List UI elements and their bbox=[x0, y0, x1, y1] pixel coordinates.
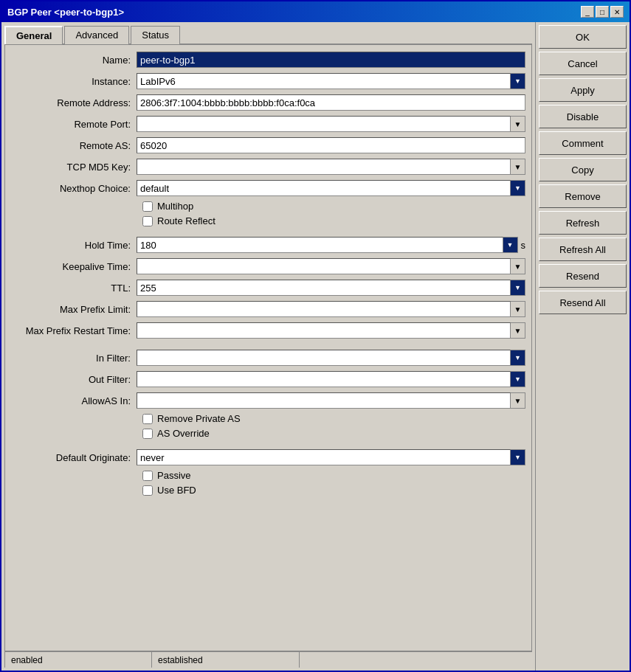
remote-address-row: Remote Address: bbox=[11, 94, 525, 111]
content-area: General Advanced Status Name: Insta bbox=[1, 22, 630, 671]
max-prefix-restart-row: Max Prefix Restart Time: ▼ bbox=[11, 322, 525, 339]
default-originate-input[interactable] bbox=[137, 449, 511, 465]
as-override-checkbox[interactable] bbox=[142, 429, 153, 439]
instance-dropdown-btn[interactable]: ▼ bbox=[511, 73, 525, 89]
tcp-md5-field: ▼ bbox=[137, 159, 525, 175]
passive-row: Passive bbox=[142, 470, 525, 481]
instance-field: ▼ bbox=[137, 73, 525, 89]
hold-time-field: ▼ bbox=[137, 237, 518, 253]
max-prefix-label: Max Prefix Limit: bbox=[11, 304, 137, 315]
name-input[interactable] bbox=[137, 52, 525, 68]
route-reflect-checkbox[interactable] bbox=[142, 216, 153, 226]
tabs: General Advanced Status bbox=[4, 25, 532, 45]
allowas-dropdown-btn[interactable]: ▼ bbox=[511, 392, 525, 409]
tcp-md5-input[interactable] bbox=[137, 159, 511, 175]
remove-private-as-label: Remove Private AS bbox=[157, 413, 241, 424]
remote-as-input[interactable] bbox=[137, 137, 525, 153]
resend-button[interactable]: Resend bbox=[539, 264, 627, 288]
title-bar-buttons: _ □ ✕ bbox=[581, 6, 624, 18]
remove-private-as-row: Remove Private AS bbox=[142, 413, 525, 424]
in-filter-row: In Filter: ▼ bbox=[11, 349, 525, 367]
close-button[interactable]: ✕ bbox=[610, 6, 624, 18]
nexthop-dropdown-btn[interactable]: ▼ bbox=[511, 180, 525, 196]
remote-address-label: Remote Address: bbox=[11, 97, 137, 108]
remote-port-input[interactable] bbox=[137, 116, 511, 132]
multihop-checkbox[interactable] bbox=[142, 201, 153, 212]
instance-input[interactable] bbox=[137, 73, 511, 89]
default-originate-row: Default Originate: ▼ bbox=[11, 448, 525, 466]
remote-port-row: Remote Port: ▼ bbox=[11, 115, 525, 133]
keepalive-label: Keepalive Time: bbox=[11, 261, 137, 272]
nexthop-input[interactable] bbox=[137, 180, 511, 196]
remote-port-field: ▼ bbox=[137, 116, 525, 132]
remote-port-dropdown-btn[interactable]: ▼ bbox=[511, 116, 525, 132]
multihop-label: Multihop bbox=[157, 201, 193, 212]
passive-label: Passive bbox=[157, 470, 191, 481]
copy-button[interactable]: Copy bbox=[539, 158, 627, 181]
max-prefix-restart-input[interactable] bbox=[137, 322, 511, 339]
hold-time-dropdown-btn[interactable]: ▼ bbox=[503, 237, 518, 253]
out-filter-dropdown-btn[interactable]: ▼ bbox=[511, 371, 525, 387]
comment-button[interactable]: Comment bbox=[539, 131, 627, 155]
refresh-all-button[interactable]: Refresh All bbox=[539, 238, 627, 261]
as-override-row: AS Override bbox=[142, 428, 525, 439]
resend-all-button[interactable]: Resend All bbox=[539, 291, 627, 314]
ttl-label: TTL: bbox=[11, 283, 137, 294]
hold-time-label: Hold Time: bbox=[11, 240, 137, 251]
remote-as-label: Remote AS: bbox=[11, 140, 137, 151]
max-prefix-input[interactable] bbox=[137, 301, 511, 317]
tcp-md5-row: TCP MD5 Key: ▼ bbox=[11, 158, 525, 176]
in-filter-dropdown-btn[interactable]: ▼ bbox=[511, 350, 525, 366]
use-bfd-row: Use BFD bbox=[142, 485, 525, 496]
max-prefix-row: Max Prefix Limit: ▼ bbox=[11, 300, 525, 318]
remove-button[interactable]: Remove bbox=[539, 184, 627, 208]
max-prefix-restart-dropdown-btn[interactable]: ▼ bbox=[511, 322, 525, 339]
disable-button[interactable]: Disable bbox=[539, 105, 627, 128]
out-filter-row: Out Filter: ▼ bbox=[11, 370, 525, 388]
passive-checkbox[interactable] bbox=[142, 471, 153, 481]
nexthop-label: Nexthop Choice: bbox=[11, 183, 137, 194]
tab-general[interactable]: General bbox=[4, 26, 63, 44]
multihop-row: Multihop bbox=[142, 201, 525, 212]
allowas-field: ▼ bbox=[137, 392, 525, 409]
use-bfd-label: Use BFD bbox=[157, 485, 196, 496]
side-panel: OK Cancel Apply Disable Comment Copy Rem… bbox=[535, 22, 630, 671]
cancel-button[interactable]: Cancel bbox=[539, 52, 627, 75]
hold-time-row: Hold Time: ▼ s bbox=[11, 236, 525, 254]
ttl-input[interactable] bbox=[137, 280, 511, 296]
status-left: enabled bbox=[4, 652, 152, 668]
allowas-input[interactable] bbox=[137, 392, 511, 409]
remove-private-as-checkbox[interactable] bbox=[142, 414, 153, 424]
instance-row: Instance: ▼ bbox=[11, 72, 525, 90]
in-filter-input[interactable] bbox=[137, 350, 511, 366]
keepalive-field: ▼ bbox=[137, 258, 525, 274]
max-prefix-dropdown-btn[interactable]: ▼ bbox=[511, 301, 525, 317]
default-originate-label: Default Originate: bbox=[11, 452, 137, 463]
maximize-icon: □ bbox=[600, 8, 604, 16]
title-bar: BGP Peer <peer-to-bgp1> _ □ ✕ bbox=[1, 1, 630, 22]
hold-time-input[interactable] bbox=[137, 237, 503, 253]
ttl-row: TTL: ▼ bbox=[11, 279, 525, 297]
allowas-label: AllowAS In: bbox=[11, 395, 137, 406]
minimize-button[interactable]: _ bbox=[581, 6, 594, 18]
use-bfd-checkbox[interactable] bbox=[142, 485, 153, 496]
out-filter-input[interactable] bbox=[137, 371, 511, 387]
keepalive-dropdown-btn[interactable]: ▼ bbox=[511, 258, 525, 274]
main-panel: General Advanced Status Name: Insta bbox=[1, 22, 535, 671]
apply-button[interactable]: Apply bbox=[539, 78, 627, 102]
max-prefix-field: ▼ bbox=[137, 301, 525, 317]
max-prefix-restart-field: ▼ bbox=[137, 322, 525, 339]
ok-button[interactable]: OK bbox=[539, 25, 627, 49]
tab-status[interactable]: Status bbox=[131, 26, 180, 44]
close-icon: ✕ bbox=[614, 8, 620, 16]
remote-port-label: Remote Port: bbox=[11, 119, 137, 130]
tcp-md5-dropdown-btn[interactable]: ▼ bbox=[511, 159, 525, 175]
refresh-button[interactable]: Refresh bbox=[539, 211, 627, 235]
default-originate-dropdown-btn[interactable]: ▼ bbox=[511, 449, 525, 465]
in-filter-label: In Filter: bbox=[11, 353, 137, 364]
remote-address-input[interactable] bbox=[137, 94, 525, 111]
tab-advanced[interactable]: Advanced bbox=[64, 26, 129, 44]
keepalive-input[interactable] bbox=[137, 258, 511, 274]
ttl-dropdown-btn[interactable]: ▼ bbox=[511, 280, 525, 296]
maximize-button[interactable]: □ bbox=[596, 6, 609, 18]
